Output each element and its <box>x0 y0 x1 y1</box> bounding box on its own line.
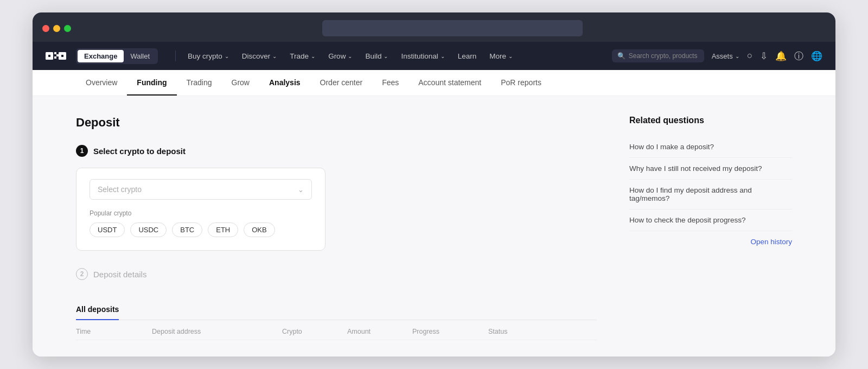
svg-rect-1 <box>48 55 50 57</box>
nav-divider <box>175 50 176 61</box>
faq-item-3[interactable]: How to check the deposit progress? <box>629 209 792 231</box>
close-button[interactable] <box>42 25 49 32</box>
bell-icon[interactable]: 🔔 <box>775 50 787 62</box>
col-crypto: Crypto <box>282 328 347 335</box>
user-icon[interactable]: ○ <box>747 50 752 61</box>
sub-nav-grow[interactable]: Grow <box>222 71 259 96</box>
nav-item-grow[interactable]: Grow ⌄ <box>323 49 358 63</box>
sub-nav: Overview Funding Trading Grow Analysis O… <box>33 70 835 96</box>
chip-usdt[interactable]: USDT <box>90 222 125 237</box>
crypto-chips: USDT USDC BTC ETH OKB <box>90 222 312 237</box>
chevron-down-icon: ⌄ <box>298 186 304 194</box>
chevron-down-icon: ⌄ <box>311 53 315 59</box>
crypto-select-dropdown[interactable]: Select crypto ⌄ <box>90 179 312 200</box>
chip-eth[interactable]: ETH <box>208 222 238 237</box>
chevron-down-icon: ⌄ <box>384 53 388 59</box>
minimize-button[interactable] <box>53 25 60 32</box>
chip-btc[interactable]: BTC <box>172 222 202 237</box>
svg-rect-3 <box>56 54 59 56</box>
maximize-button[interactable] <box>64 25 71 32</box>
col-progress: Progress <box>412 328 488 335</box>
svg-rect-4 <box>54 56 56 59</box>
chevron-down-icon: ⌄ <box>225 53 229 59</box>
step2-header: 2 Deposit details <box>76 268 597 280</box>
browser-window: Exchange Wallet Buy crypto ⌄ Discover ⌄ … <box>33 12 835 357</box>
step2-number: 2 <box>76 268 88 280</box>
sub-nav-analysis[interactable]: Analysis <box>259 71 310 96</box>
chevron-down-icon: ⌄ <box>348 53 352 59</box>
faq-item-0[interactable]: How do I make a deposit? <box>629 136 792 158</box>
deposit-title: Deposit <box>76 116 597 130</box>
address-bar[interactable] <box>322 20 583 36</box>
col-status: Status <box>488 328 553 335</box>
main-content: Deposit 1 Select crypto to deposit Selec… <box>33 96 835 357</box>
right-content: Related questions How do I make a deposi… <box>629 116 792 340</box>
nav-item-institutional[interactable]: Institutional ⌄ <box>395 49 450 63</box>
chevron-down-icon: ⌄ <box>508 53 513 59</box>
step1-label: Select crypto to deposit <box>93 147 186 156</box>
col-amount: Amount <box>347 328 412 335</box>
globe-icon[interactable]: 🌐 <box>811 50 822 62</box>
sub-nav-trading[interactable]: Trading <box>177 71 222 96</box>
nav-right: 🔍 Search crypto, products Assets ⌄ ○ ⇩ 🔔… <box>612 49 822 62</box>
nav-items: Buy crypto ⌄ Discover ⌄ Trade ⌄ Grow ⌄ B… <box>182 49 612 63</box>
svg-rect-6 <box>61 55 63 57</box>
sub-nav-por-reports[interactable]: PoR reports <box>491 71 551 96</box>
search-bar[interactable]: 🔍 Search crypto, products <box>612 49 704 62</box>
sub-nav-account-statement[interactable]: Account statement <box>409 71 491 96</box>
step1-number: 1 <box>76 145 88 157</box>
open-history-link[interactable]: Open history <box>629 238 792 246</box>
related-questions-title: Related questions <box>629 116 792 125</box>
col-deposit-address: Deposit address <box>152 328 282 335</box>
browser-chrome <box>33 12 835 42</box>
assets-button[interactable]: Assets ⌄ <box>712 52 739 60</box>
popular-label: Popular crypto <box>90 209 312 217</box>
svg-rect-2 <box>54 52 56 54</box>
sub-nav-fees[interactable]: Fees <box>372 71 409 96</box>
nav-item-learn[interactable]: Learn <box>452 49 482 63</box>
help-icon[interactable]: ⓘ <box>794 50 803 62</box>
select-crypto-box: Select crypto ⌄ Popular crypto USDT USDC… <box>76 168 326 251</box>
deposits-section: All deposits Time Deposit address Crypto… <box>76 300 597 340</box>
sub-nav-funding[interactable]: Funding <box>127 71 176 96</box>
search-icon: 🔍 <box>617 52 626 60</box>
nav-item-build[interactable]: Build ⌄ <box>360 49 393 63</box>
table-header: Time Deposit address Crypto Amount Progr… <box>76 320 597 340</box>
exchange-wallet-toggle: Exchange Wallet <box>76 48 158 64</box>
wallet-toggle-btn[interactable]: Wallet <box>124 50 156 62</box>
nav-item-more[interactable]: More ⌄ <box>484 49 518 63</box>
faq-item-1[interactable]: Why have I still not received my deposit… <box>629 158 792 180</box>
col-time: Time <box>76 328 152 335</box>
exchange-toggle-btn[interactable]: Exchange <box>78 50 124 62</box>
left-content: Deposit 1 Select crypto to deposit Selec… <box>76 116 597 340</box>
nav-item-discover[interactable]: Discover ⌄ <box>237 49 283 63</box>
faq-item-2[interactable]: How do I find my deposit address and tag… <box>629 180 792 209</box>
chip-okb[interactable]: OKB <box>244 222 275 237</box>
step2-label: Deposit details <box>93 270 146 279</box>
deposits-tabs: All deposits <box>76 300 597 320</box>
step1-header: 1 Select crypto to deposit <box>76 145 597 157</box>
select-placeholder: Select crypto <box>98 185 142 194</box>
okx-logo[interactable] <box>46 50 67 62</box>
navbar: Exchange Wallet Buy crypto ⌄ Discover ⌄ … <box>33 42 835 70</box>
sub-nav-order-center[interactable]: Order center <box>310 71 373 96</box>
traffic-lights <box>42 25 71 32</box>
nav-item-trade[interactable]: Trade ⌄ <box>284 49 321 63</box>
chevron-down-icon: ⌄ <box>441 53 445 59</box>
nav-item-buy-crypto[interactable]: Buy crypto ⌄ <box>182 49 234 63</box>
all-deposits-tab[interactable]: All deposits <box>76 300 119 320</box>
chevron-down-icon: ⌄ <box>272 53 277 59</box>
chevron-down-icon: ⌄ <box>735 53 739 59</box>
chip-usdc[interactable]: USDC <box>130 222 167 237</box>
sub-nav-overview[interactable]: Overview <box>76 71 127 96</box>
download-icon[interactable]: ⇩ <box>760 50 768 62</box>
